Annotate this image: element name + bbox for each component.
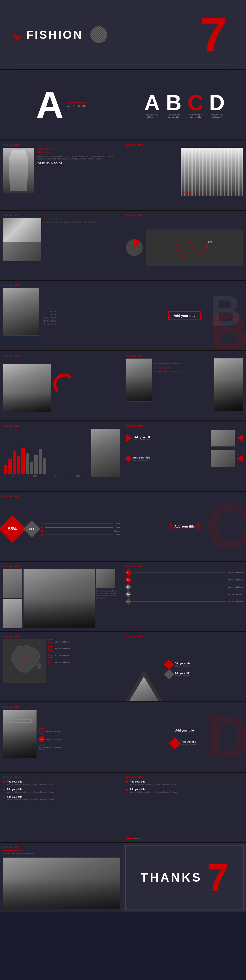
collage-text: Title is a sample text. Insert your desi… — [96, 590, 120, 599]
bar-7 — [30, 462, 33, 474]
letter-c: C — [187, 92, 203, 113]
svg-point-23 — [205, 245, 208, 248]
slide-coffee: Add your title Talking Products LOREM IP… — [0, 211, 123, 280]
dt-sub-1: add your title here — [175, 665, 190, 667]
hero-number: 7 — [200, 13, 227, 56]
red-bar-1 — [3, 850, 13, 851]
metric-4: 0.3 xxx — [41, 533, 120, 536]
diamond-55: 55% — [3, 519, 22, 539]
bar-9 — [39, 449, 42, 474]
icon-item-1: ★ add your title here — [49, 640, 120, 644]
photo-small-3 — [96, 569, 115, 589]
world-map: 13% — [146, 229, 243, 266]
bar-8 — [34, 455, 38, 474]
thanks-content: THANKS — [141, 870, 202, 885]
photo-label: Talking Products — [183, 191, 199, 193]
col1 — [3, 569, 22, 628]
list2-title-2: Add your title — [130, 788, 177, 791]
arrow-left-1 — [237, 434, 243, 442]
model-photo-left — [3, 148, 34, 193]
deco-content: add your title here add your title here — [3, 850, 120, 909]
letter-d: D — [209, 92, 225, 113]
step-label-5: add your title here — [228, 600, 243, 603]
metric-bar-1 — [44, 523, 113, 524]
slide-model-bw: Add your title LOREM IPSUM LOREM IPSUM L… — [0, 281, 123, 350]
metric-3: 0.3 xxx — [41, 530, 120, 532]
slide-collage: Add your title Title is a sample text. I… — [0, 562, 123, 631]
letter-a-big: A — [36, 86, 64, 124]
letter-b: B — [166, 92, 182, 113]
metric-dot-4 — [41, 534, 43, 536]
slide-row-11: Add your title ♦ add your title here ★ — [0, 702, 246, 772]
thanks-number: 7 — [207, 860, 229, 895]
svg-point-11 — [182, 251, 183, 253]
slide-row-2: A ADD YOUR TITLE A add your title add yo… — [0, 69, 246, 140]
slide-chart: Add your title — [0, 422, 123, 491]
slide6-left-title: Add your title — [3, 354, 120, 357]
svg-point-17 — [211, 250, 212, 251]
metric-val-1: 0.3 xxx — [114, 522, 120, 525]
step-label-2: add your title here — [228, 579, 243, 581]
step-num-3: 03 — [127, 586, 130, 588]
arrow-row-1: Add your title add your title here — [126, 430, 243, 447]
icon-box-4: ● — [49, 660, 53, 664]
step-4: 04 add your title here — [126, 592, 243, 597]
metric-val-3: 0.3 xxx — [114, 530, 120, 532]
photo-lg-overlay — [24, 569, 95, 628]
svg-text:13%: 13% — [208, 241, 213, 243]
deco-photo — [3, 858, 120, 909]
slide-metrics: Add your title 55% 30% + 0.3 xx — [0, 492, 123, 561]
deco-photo-overlay — [3, 858, 120, 909]
d-title-box: Add your title — [171, 727, 198, 734]
slide8-left-title: Add your title — [3, 495, 120, 498]
man-metric-2: ★ add your title here — [39, 736, 120, 742]
photo-large — [24, 569, 95, 628]
slide3-left-title: Add your title — [3, 143, 120, 146]
tp-right-body-2: add your title here add your title here — [154, 370, 213, 372]
svg-point-8 — [214, 242, 215, 244]
bar-2 — [8, 459, 12, 474]
slide-two-models: Add your title Talking Products add your… — [123, 351, 246, 420]
hero-title: FISHION — [26, 28, 83, 41]
slide-deco: Add your title add your title here add y… — [0, 843, 123, 912]
metric-2: 0.3 xxx — [41, 526, 120, 528]
photo-col1-2 — [3, 599, 22, 628]
tp-right-1: Talking Products — [154, 358, 213, 361]
dt-diamond-1 — [164, 660, 174, 670]
list-item-2: Add your title add your title here add y… — [3, 788, 120, 793]
diamond-small — [125, 455, 132, 462]
dt-diamond-2 — [164, 669, 174, 679]
icon-text-1: add your title here — [55, 641, 70, 643]
list2-item-2: Add your title add your title here add y… — [126, 788, 243, 793]
list-dot-1 — [3, 781, 5, 783]
d-sub-content: Add your title add your title here — [171, 739, 198, 748]
lorem-line-1: LOREM IPSUM — [41, 310, 120, 313]
list-item-3: Add your title add your title here add y… — [3, 796, 120, 801]
coffee-photo — [3, 218, 41, 261]
letter-a-sub2: add your title — [146, 116, 157, 118]
map-svg: 13% — [146, 229, 243, 266]
talking-products-2: Talking Products — [37, 151, 120, 153]
svg-point-5 — [200, 241, 201, 242]
arrow-sub-1: add your title here — [134, 439, 151, 441]
svg-point-25 — [37, 663, 41, 669]
icon-sym-1: ★ — [50, 641, 52, 643]
slide3-right-title: Add your title — [126, 143, 143, 146]
letter-group-a: A add your title add your title — [144, 92, 160, 118]
chinese-text: 时尚创意 — [14, 33, 21, 37]
chart-label-4: 2016 — [76, 475, 80, 477]
deco-line-2 — [134, 838, 137, 839]
model-photo-large — [3, 364, 51, 412]
man-metric-text-3: add your title here — [46, 746, 62, 749]
photo-fade — [3, 364, 51, 412]
chart-baseline — [3, 474, 89, 474]
list-body-1: add your title here add your title here … — [7, 783, 54, 786]
metric-dot-3 — [41, 530, 43, 532]
svg-point-3 — [190, 242, 191, 243]
deco-sub: add your title here add your title here — [3, 853, 120, 855]
icon-sym-2: ♦ — [50, 648, 51, 650]
icon-box-2: ♦ — [49, 646, 53, 651]
bar-3 — [13, 450, 16, 474]
svg-point-1 — [181, 242, 182, 244]
model-photo-1 — [3, 288, 39, 336]
